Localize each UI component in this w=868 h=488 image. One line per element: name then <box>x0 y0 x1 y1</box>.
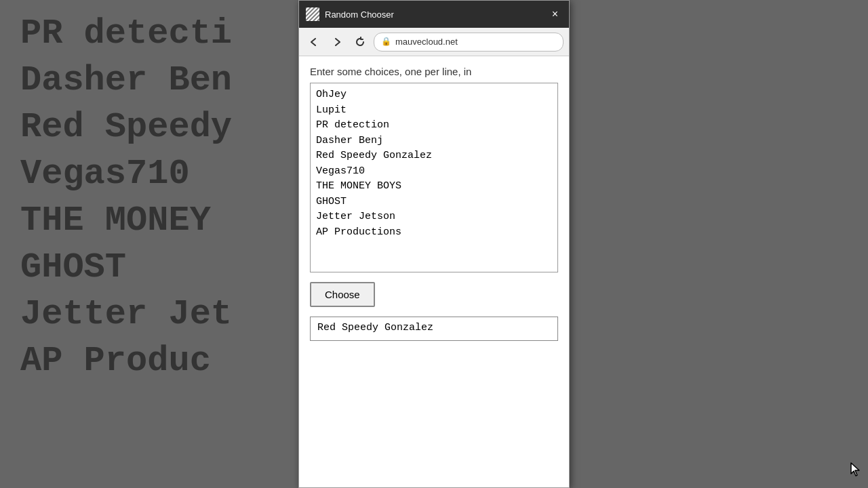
nav-bar: 🔒 mauvecloud.net <box>299 28 569 56</box>
title-bar-left: Random Chooser <box>306 7 394 21</box>
refresh-button[interactable] <box>351 34 370 50</box>
choices-textarea[interactable]: OhJey Lupit PR detection Dasher Benj Red… <box>310 83 558 272</box>
choose-button[interactable]: Choose <box>310 282 375 307</box>
window-title: Random Chooser <box>325 9 394 20</box>
forward-button[interactable] <box>328 34 347 50</box>
instruction-text: Enter some choices, one per line, in <box>310 66 558 77</box>
result-box: Red Speedy Gonzalez <box>310 317 558 341</box>
app-icon <box>306 7 319 21</box>
address-text: mauvecloud.net <box>395 37 458 47</box>
close-button[interactable]: × <box>548 7 562 22</box>
refresh-icon <box>355 37 366 47</box>
browser-window: Random Chooser × 🔒 mauvecloud.net E <box>298 0 570 488</box>
back-icon <box>309 37 319 47</box>
lock-icon: 🔒 <box>381 37 391 47</box>
page-content: Enter some choices, one per line, in OhJ… <box>299 56 569 487</box>
forward-icon <box>332 37 342 47</box>
title-bar: Random Chooser × <box>299 1 569 28</box>
back-button[interactable] <box>304 34 323 50</box>
address-bar[interactable]: 🔒 mauvecloud.net <box>374 33 564 52</box>
button-row: Choose <box>310 282 558 307</box>
